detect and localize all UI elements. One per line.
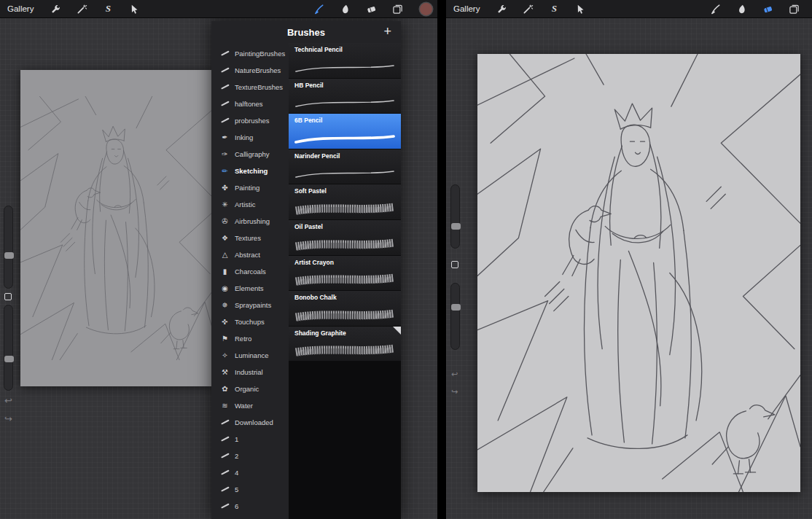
brush-category-item[interactable]: ⚒ Industrial <box>211 364 289 381</box>
brush-category-item[interactable]: NatureBrushes <box>211 62 289 79</box>
modify-button[interactable] <box>451 261 458 268</box>
brush-category-item[interactable]: PaintingBrushes <box>211 45 289 62</box>
brushstroke-icon <box>219 484 230 495</box>
brush-category-item[interactable]: ✇ Airbrushing <box>211 213 289 230</box>
eraser-tool-icon[interactable] <box>358 0 384 17</box>
brush-category-item[interactable]: 2 <box>211 448 289 464</box>
selection-s-icon[interactable]: S <box>95 0 121 17</box>
brush-opacity-slider[interactable] <box>4 305 13 391</box>
brush-item[interactable]: Technical Pencil <box>289 43 401 78</box>
brush-tool-icon[interactable] <box>702 0 728 17</box>
brush-category-item[interactable]: Downloaded <box>211 414 289 431</box>
layers-icon[interactable] <box>384 0 410 17</box>
procreate-window-left: Gallery S ↩ ↪ <box>0 0 437 519</box>
brush-item[interactable]: Soft Pastel <box>289 184 401 219</box>
brush-opacity-slider[interactable] <box>450 283 460 350</box>
brush-stroke-preview <box>292 128 398 147</box>
luminance-icon: ✧ <box>219 350 230 361</box>
brushes-panel-title: Brushes <box>287 27 325 38</box>
selection-s-icon[interactable]: S <box>541 0 567 17</box>
brush-category-item[interactable]: ✜ Touchups <box>211 313 289 330</box>
brush-opacity-slider-handle[interactable] <box>451 304 461 311</box>
brush-category-item[interactable]: ✿ Organic <box>211 381 289 397</box>
paint-tools-group <box>702 0 812 17</box>
brushes-panel-header: Brushes + <box>211 21 401 43</box>
active-color-swatch[interactable] <box>420 3 432 15</box>
brush-opacity-slider-handle[interactable] <box>4 356 14 362</box>
brush-item[interactable]: Oil Pastel <box>289 220 401 255</box>
drawing-canvas[interactable] <box>20 70 214 386</box>
smudge-tool-icon[interactable] <box>332 0 358 17</box>
brushstroke-icon <box>219 82 230 93</box>
spraypaint-icon: ✵ <box>219 300 230 311</box>
brush-category-item[interactable]: ✵ Spraypaints <box>211 297 289 313</box>
redo-icon[interactable]: ↪ <box>451 388 458 396</box>
brush-category-item[interactable]: ✧ Luminance <box>211 347 289 364</box>
brush-category-item[interactable]: ❖ Textures <box>211 230 289 246</box>
pen-nib-icon: ✒ <box>219 132 230 143</box>
brush-category-item[interactable]: 6 <box>211 498 289 515</box>
brush-size-slider-handle[interactable] <box>451 223 461 230</box>
brush-size-slider[interactable] <box>450 184 460 249</box>
brush-category-list: PaintingBrushes NatureBrushes TextureBru… <box>211 43 289 519</box>
add-brush-button[interactable]: + <box>383 23 391 39</box>
retro-icon: ⚑ <box>219 333 230 344</box>
smudge-tool-icon[interactable] <box>728 0 754 17</box>
brush-item[interactable]: Narinder Pencil <box>289 149 401 184</box>
brush-category-item[interactable]: probrushes <box>211 112 289 129</box>
brush-stroke-preview <box>292 305 398 324</box>
brush-category-item[interactable]: ◉ Elements <box>211 280 289 297</box>
brush-size-slider[interactable] <box>4 206 13 289</box>
undo-icon[interactable]: ↩ <box>451 370 458 378</box>
brushstroke-icon <box>219 98 230 109</box>
brush-item[interactable]: Bonobo Chalk <box>289 291 401 326</box>
undo-icon[interactable]: ↩ <box>4 396 12 405</box>
paintbrush-icon: ✤ <box>219 182 230 193</box>
brush-category-item[interactable]: ✒ Inking <box>211 129 289 146</box>
actions-wrench-icon[interactable] <box>488 0 515 17</box>
sketch-artwork <box>477 54 800 492</box>
brush-category-item[interactable]: ⚑ Retro <box>211 330 289 347</box>
gallery-button[interactable]: Gallery <box>0 4 42 13</box>
brushstroke-icon <box>219 48 230 59</box>
brush-category-item[interactable]: 1 <box>211 431 289 448</box>
brushstroke-icon <box>219 501 230 512</box>
brush-size-slider-handle[interactable] <box>4 252 14 259</box>
brush-item[interactable]: Artist Crayon <box>289 256 401 291</box>
brush-category-item[interactable]: 5 <box>211 481 289 498</box>
brush-category-item[interactable]: ≋ Water <box>211 397 289 414</box>
drawing-canvas[interactable] <box>477 54 800 492</box>
brush-category-item[interactable]: ▮ Charcoals <box>211 263 289 280</box>
procreate-window-right: Gallery S ↩ ↪ <box>446 0 812 519</box>
brushstroke-icon <box>219 65 230 76</box>
brush-category-item[interactable]: ✑ Calligraphy <box>211 146 289 163</box>
sketch-artwork <box>20 70 214 386</box>
water-icon: ≋ <box>219 400 230 411</box>
adjustments-magic-wand-icon[interactable] <box>515 0 541 17</box>
brush-category-item[interactable]: ✏ Sketching <box>211 163 289 179</box>
organic-icon: ✿ <box>219 383 230 394</box>
eraser-tool-icon[interactable] <box>754 0 781 17</box>
brush-category-item[interactable]: halftones <box>211 95 289 112</box>
redo-icon[interactable]: ↪ <box>4 414 12 424</box>
layers-icon[interactable] <box>781 0 807 17</box>
brush-category-item[interactable]: ✤ Painting <box>211 179 289 196</box>
brush-category-item[interactable]: 7 <box>211 515 289 519</box>
brush-item[interactable]: Shading Graphite <box>289 327 401 362</box>
brush-category-item[interactable]: TextureBrushes <box>211 79 289 95</box>
brushes-panel: Brushes + PaintingBrushes NatureBrushes <box>211 21 401 519</box>
gallery-button[interactable]: Gallery <box>446 4 488 13</box>
calligraphy-pen-icon: ✑ <box>219 149 230 160</box>
brush-stroke-preview <box>292 58 398 77</box>
actions-wrench-icon[interactable] <box>42 0 69 17</box>
transform-cursor-icon[interactable] <box>121 0 147 17</box>
brush-item[interactable]: 6B Pencil <box>289 114 401 149</box>
brush-category-item[interactable]: ✳ Artistic <box>211 196 289 213</box>
brush-item[interactable]: HB Pencil <box>289 79 401 114</box>
brush-category-item[interactable]: 4 <box>211 464 289 481</box>
adjustments-magic-wand-icon[interactable] <box>69 0 95 17</box>
brush-category-item[interactable]: △ Abstract <box>211 246 289 263</box>
modify-button[interactable] <box>4 293 12 300</box>
transform-cursor-icon[interactable] <box>567 0 593 17</box>
brush-tool-icon[interactable] <box>305 0 332 17</box>
